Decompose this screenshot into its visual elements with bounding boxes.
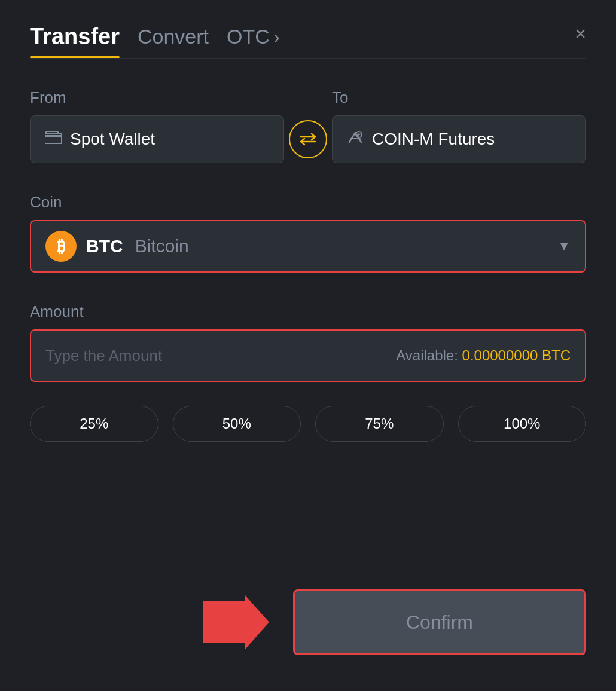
arrow-container [197,595,269,649]
to-block: To COIN-M Futures [332,88,586,163]
close-button[interactable]: × [575,24,586,43]
to-wallet-select[interactable]: COIN-M Futures [332,115,586,163]
amount-input-box[interactable]: Type the Amount Available: 0.00000000 BT… [30,329,586,382]
confirm-button[interactable]: Confirm [293,589,586,655]
from-to-section: From Spot Wallet [30,88,586,163]
pct-75-button[interactable]: 75% [315,406,444,442]
svg-rect-1 [45,135,62,137]
coin-section: Coin ₿ BTC Bitcoin ▼ [30,193,586,273]
coin-label: Coin [30,193,62,211]
from-wallet-name: Spot Wallet [70,130,155,149]
available-value: 0.00000000 BTC [462,347,571,363]
svg-marker-4 [203,595,269,649]
svg-rect-0 [45,133,62,144]
confirm-section: Confirm [30,589,586,655]
svg-rect-2 [46,131,58,134]
amount-placeholder: Type the Amount [45,347,162,365]
pct-100-button[interactable]: 100% [458,406,587,442]
btc-icon: ₿ [45,231,77,262]
header-divider [30,58,586,59]
tab-otc[interactable]: OTC › [227,25,280,57]
amount-section: Amount Type the Amount Available: 0.0000… [30,302,586,382]
from-wallet-select[interactable]: Spot Wallet [30,115,284,163]
available-display: Available: 0.00000000 BTC [396,347,571,364]
futures-icon [347,130,364,148]
coin-select[interactable]: ₿ BTC Bitcoin ▼ [30,220,586,273]
coin-full-name: Bitcoin [135,236,189,256]
coin-code: BTC [86,236,123,256]
tab-transfer[interactable]: Transfer [30,24,120,58]
header: Transfer Convert OTC › × [30,24,586,58]
from-label: From [30,88,284,107]
red-arrow-icon [203,595,269,649]
available-label: Available: [396,347,458,363]
modal-container: Transfer Convert OTC › × From Spot Walle… [0,0,616,691]
pct-50-button[interactable]: 50% [173,406,301,442]
to-wallet-name: COIN-M Futures [372,130,495,149]
tab-convert[interactable]: Convert [138,25,209,57]
swap-button[interactable] [289,120,327,158]
amount-label: Amount [30,302,84,320]
swap-btn-container [284,120,332,163]
from-block: From Spot Wallet [30,88,284,163]
wallet-icon [45,131,62,148]
percentage-buttons: 25% 50% 75% 100% [30,406,586,442]
pct-25-button[interactable]: 25% [30,406,158,442]
to-label: To [332,88,586,107]
chevron-down-icon: ▼ [557,239,571,254]
